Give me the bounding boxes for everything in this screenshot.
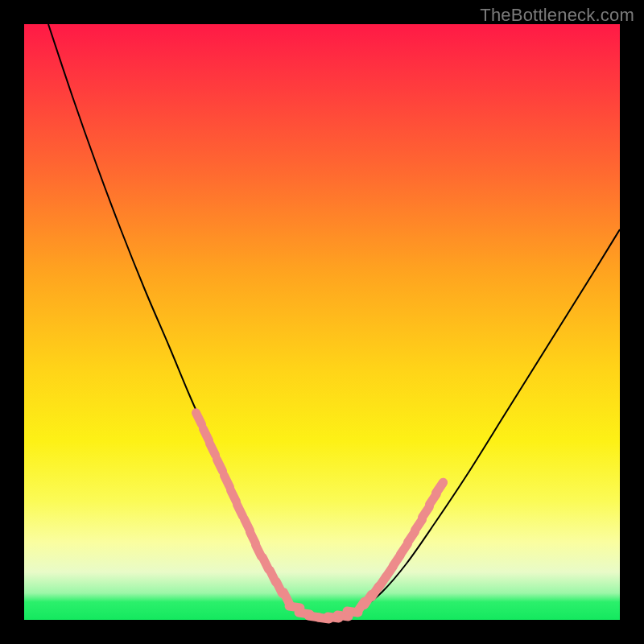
plot-area (24, 24, 620, 620)
curve-marker (237, 505, 242, 516)
curve-marker (436, 482, 444, 493)
marker-layer (196, 413, 443, 619)
bottleneck-curve (48, 24, 620, 618)
curve-marker (289, 606, 300, 608)
watermark-text: TheBottleneck.com (480, 5, 634, 26)
curve-marker (217, 460, 222, 471)
chart-frame: TheBottleneck.com (0, 0, 644, 644)
curve-marker (203, 429, 208, 440)
curve-svg (24, 24, 620, 620)
curve-marker (224, 476, 229, 487)
curve-marker (196, 413, 201, 424)
curve-marker (230, 490, 236, 502)
curve-marker (209, 444, 215, 455)
